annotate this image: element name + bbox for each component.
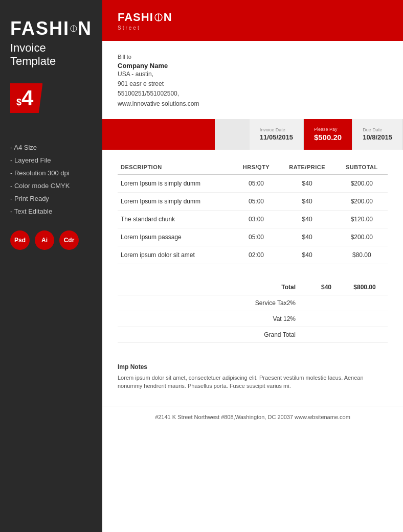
invoice-logo-icon [154,13,163,22]
total-label: Total [118,280,311,295]
bill-to-address: 901 easr e street [118,79,388,89]
please-pay-value: $500.20 [314,133,342,142]
col-subtotal: SUBTOTAL [336,160,388,175]
col-rate-price: RATE/PRICE [279,160,336,175]
table-cell: $40 [279,174,336,192]
notes-label: Imp Notes [118,363,388,371]
total-amount [342,295,388,311]
table-cell: The standard chunk [118,210,234,228]
invoice-logo-before: FASHI [118,11,153,24]
table-row: Lorem ipsum dolor sit amet02:00$40$80.00 [118,246,388,264]
table-cell: $120.00 [336,210,388,228]
logo-text-after: N [78,18,92,39]
totals-row: Vat 12% [118,311,388,327]
total-rate: $40 [311,280,342,295]
format-cdr: Cdr [59,230,79,250]
invoice-footer: #2141 K Street Northwest #808,Washington… [102,406,403,428]
total-amount [342,311,388,327]
bill-to-section: Bill to Company Name USA - austin, 901 e… [102,41,403,119]
total-label: Service Tax2% [118,295,311,311]
logo-area: FASHI N Invoice Template [10,18,92,68]
totals-row: Total$40$800.00 [118,280,388,295]
table-row: Lorem Ipsum passage05:00$40$200.00 [118,228,388,246]
total-rate [311,327,342,342]
table-cell: 05:00 [234,174,278,192]
table-cell: 05:00 [234,192,278,210]
table-cell: $40 [279,192,336,210]
notes-section: Imp Notes Lorem ipsum dolor sit amet, co… [102,353,403,401]
invoice-brand-subtitle: Street [118,25,172,31]
table-cell: $200.00 [336,192,388,210]
footer-text: #2141 K Street Northwest #808,Washington… [155,414,350,420]
totals-section: Total$40$800.00Service Tax2%Vat 12%Grand… [102,274,403,348]
format-badges: Psd Ai Cdr [10,230,92,250]
totals-table: Total$40$800.00Service Tax2%Vat 12%Grand… [118,280,388,343]
feature-text: - Text Editable [10,207,92,215]
invoice-logo: FASHI N [118,11,172,24]
feature-layered: - Layered File [10,156,92,164]
due-date-label: Due Date [363,127,392,132]
due-date-value: 10/8/2015 [363,133,392,141]
brand-logo: FASHI N [10,18,92,39]
table-row: Lorem Ipsum is simply dumm05:00$40$200.0… [118,174,388,192]
info-bar-red-left [102,119,215,150]
bill-to-company: Company Name [118,62,388,70]
please-pay-cell: Please Pay $500.20 [304,119,352,150]
bill-to-label: Bill to [118,54,388,60]
table-header-row: DESCRIPTION HRS/QTY RATE/PRICE SUBTOTAL [118,160,388,175]
col-hrs-qty: HRS/QTY [234,160,278,175]
invoice-table-section: DESCRIPTION HRS/QTY RATE/PRICE SUBTOTAL … [102,150,403,274]
invoice-info-cells: Invoice Date 11/05/2015 Please Pay $500.… [250,119,403,150]
invoice-brand: FASHI N Street [118,11,172,31]
table-cell: $200.00 [336,228,388,246]
table-cell: 03:00 [234,210,278,228]
logo-icon [70,21,77,36]
feature-resolution: - Resolution 300 dpi [10,169,92,177]
total-rate [311,295,342,311]
table-row: The standard chunk03:00$40$120.00 [118,210,388,228]
table-cell: $40 [279,246,336,264]
totals-row: Grand Total [118,327,388,342]
bill-to-phone: 55100251/551002500, [118,89,388,99]
table-cell: $80.00 [336,246,388,264]
invoice-logo-after: N [164,11,172,24]
invoice-date-label: Invoice Date [260,127,293,132]
please-pay-label: Please Pay [314,127,342,132]
feature-color: - Color mode CMYK [10,182,92,190]
page-title: Invoice Template [10,41,92,68]
price-dollar: $ [16,97,21,108]
table-cell: $40 [279,210,336,228]
table-cell: Lorem Ipsum is simply dumm [118,192,234,210]
total-rate [311,311,342,327]
table-cell: Lorem Ipsum passage [118,228,234,246]
total-label: Vat 12% [118,311,311,327]
total-amount [342,327,388,342]
invoice-table: DESCRIPTION HRS/QTY RATE/PRICE SUBTOTAL … [118,160,388,264]
features-list: - A4 Size - Layered File - Resolution 30… [10,144,92,215]
format-psd: Psd [10,230,30,250]
table-row: Lorem Ipsum is simply dumm05:00$40$200.0… [118,192,388,210]
total-amount: $800.00 [342,280,388,295]
invoice-date-value: 11/05/2015 [260,133,293,141]
format-ai: Ai [35,230,54,250]
notes-text: Lorem ipsum dolor sit amet, consectetuer… [118,374,388,390]
price-badge: $ 4 [10,83,42,113]
col-description: DESCRIPTION [118,160,234,175]
feature-a4: - A4 Size [10,144,92,151]
table-cell: Lorem ipsum dolor sit amet [118,246,234,264]
table-cell: $200.00 [336,174,388,192]
table-cell: 05:00 [234,228,278,246]
left-panel: FASHI N Invoice Template $ 4 - A4 Size -… [0,0,102,532]
invoice-panel: FASHI N Street Bill to Company Name USA … [102,0,403,532]
price-number: 4 [21,87,33,109]
invoice-header: FASHI N Street [102,0,403,41]
totals-row: Service Tax2% [118,295,388,311]
invoice-info-bar: Invoice Date 11/05/2015 Please Pay $500.… [102,119,403,150]
due-date-cell: Due Date 10/8/2015 [352,119,403,150]
bill-to-website: www.innovative solutions.com [118,99,388,109]
table-cell: $40 [279,228,336,246]
logo-text-before: FASHI [10,18,70,39]
feature-print: - Print Ready [10,195,92,202]
total-label: Grand Total [118,327,311,342]
bill-to-country: USA - austin, [118,70,388,79]
